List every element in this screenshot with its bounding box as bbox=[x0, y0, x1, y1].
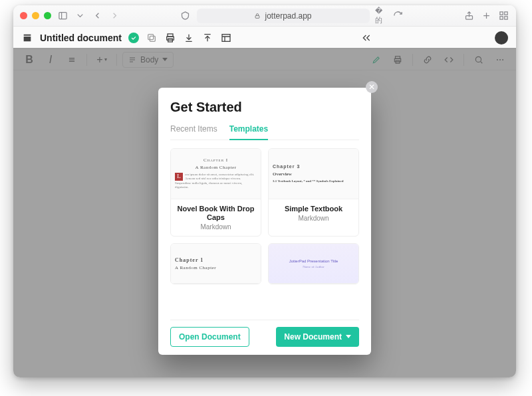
titlebar: jotterpad.app �的 bbox=[13, 5, 516, 27]
modal-tabs: Recent Items Templates bbox=[170, 124, 359, 140]
layout-icon[interactable] bbox=[220, 32, 232, 44]
browser-window: jotterpad.app �的 Untitled document bbox=[13, 5, 516, 377]
shield-icon[interactable] bbox=[180, 10, 192, 22]
preview-overview: Overview bbox=[273, 171, 292, 177]
minimize-window-button[interactable] bbox=[32, 12, 39, 19]
download-icon[interactable] bbox=[183, 32, 195, 44]
get-started-modal: ✕ Get Started Recent Items Templates Cha… bbox=[158, 88, 371, 355]
template-subtitle: Markdown bbox=[175, 223, 257, 231]
copy-icon[interactable] bbox=[146, 32, 158, 44]
nav-forward-icon[interactable] bbox=[108, 10, 120, 22]
tab-recent-items[interactable]: Recent Items bbox=[170, 124, 217, 140]
template-card[interactable]: Chapter I A Random Chapter L em ipsum do… bbox=[170, 148, 261, 237]
svg-rect-9 bbox=[504, 17, 507, 19]
tabs-overview-icon[interactable] bbox=[497, 10, 509, 22]
modal-footer: Open Document New Document bbox=[170, 320, 359, 347]
template-title: Simple Textbook bbox=[273, 205, 354, 213]
lock-icon bbox=[254, 13, 261, 19]
svg-rect-7 bbox=[504, 12, 507, 15]
reload-icon[interactable] bbox=[392, 10, 404, 22]
template-card[interactable]: JotterPad Presentation Title Name of Aut… bbox=[268, 243, 359, 284]
preview-chapter: Chapter 3 bbox=[273, 164, 300, 169]
address-bar[interactable]: jotterpad.app bbox=[197, 9, 370, 23]
preview-chapter: Chapter 1 bbox=[175, 257, 203, 263]
preview-presentation-title: JotterPad Presentation Title bbox=[289, 259, 338, 263]
address-text: jotterpad.app bbox=[265, 11, 311, 21]
svg-rect-6 bbox=[499, 12, 502, 15]
template-grid: Chapter I A Random Chapter L em ipsum do… bbox=[170, 148, 359, 320]
chevron-down-icon[interactable] bbox=[74, 10, 86, 22]
new-document-button[interactable]: New Document bbox=[276, 327, 359, 347]
preview-section: 3.1 Textbook Layout, * and ** Symbols Ex… bbox=[273, 179, 344, 183]
svg-rect-2 bbox=[256, 15, 260, 18]
modal-close-button[interactable]: ✕ bbox=[366, 81, 378, 93]
sync-status-badge[interactable] bbox=[128, 33, 139, 43]
preview-subtitle: A Random Chapter bbox=[175, 265, 216, 270]
tab-templates[interactable]: Templates bbox=[229, 124, 268, 140]
svg-rect-8 bbox=[499, 17, 502, 19]
share-icon[interactable] bbox=[463, 10, 475, 22]
new-tab-icon[interactable] bbox=[480, 10, 492, 22]
svg-rect-19 bbox=[222, 34, 230, 41]
fullscreen-window-button[interactable] bbox=[44, 12, 51, 19]
template-preview: Chapter I A Random Chapter L em ipsum do… bbox=[171, 149, 261, 199]
template-subtitle: Markdown bbox=[273, 215, 354, 222]
open-document-button[interactable]: Open Document bbox=[170, 327, 249, 347]
template-title: Novel Book With Drop Caps bbox=[175, 205, 257, 222]
template-card[interactable]: Chapter 1 A Random Chapter bbox=[170, 243, 261, 284]
template-preview: Chapter 3 Overview 3.1 Textbook Layout, … bbox=[269, 149, 358, 199]
preview-body-text: L em ipsum dolor sit amet, consectetur a… bbox=[175, 173, 257, 190]
nav-back-icon[interactable] bbox=[91, 10, 103, 22]
home-icon[interactable] bbox=[21, 32, 33, 44]
document-title[interactable]: Untitled document bbox=[40, 33, 122, 43]
svg-rect-11 bbox=[148, 34, 154, 39]
preview-subtitle: A Random Chapter bbox=[195, 165, 236, 170]
modal-title: Get Started bbox=[170, 100, 359, 115]
chevron-down-icon bbox=[346, 335, 351, 338]
preview-author: Name of Author bbox=[303, 265, 325, 268]
preview-chapter: Chapter I bbox=[203, 157, 228, 163]
template-card[interactable]: Chapter 3 Overview 3.1 Textbook Layout, … bbox=[268, 148, 359, 237]
svg-rect-10 bbox=[150, 36, 155, 41]
app-header: Untitled document bbox=[13, 27, 516, 49]
template-preview: JotterPad Presentation Title Name of Aut… bbox=[269, 244, 358, 284]
svg-rect-0 bbox=[59, 13, 66, 19]
template-preview: Chapter 1 A Random Chapter bbox=[171, 244, 261, 284]
upload-icon[interactable] bbox=[201, 32, 213, 44]
collapse-icon[interactable] bbox=[360, 32, 372, 44]
user-avatar[interactable] bbox=[495, 31, 508, 45]
sidebar-toggle-icon[interactable] bbox=[57, 10, 68, 22]
traffic-lights bbox=[20, 12, 51, 19]
dropcap-icon: L bbox=[175, 173, 183, 181]
reader-icon[interactable]: �的 bbox=[375, 10, 387, 22]
close-window-button[interactable] bbox=[20, 12, 27, 19]
print-icon[interactable] bbox=[164, 32, 176, 44]
